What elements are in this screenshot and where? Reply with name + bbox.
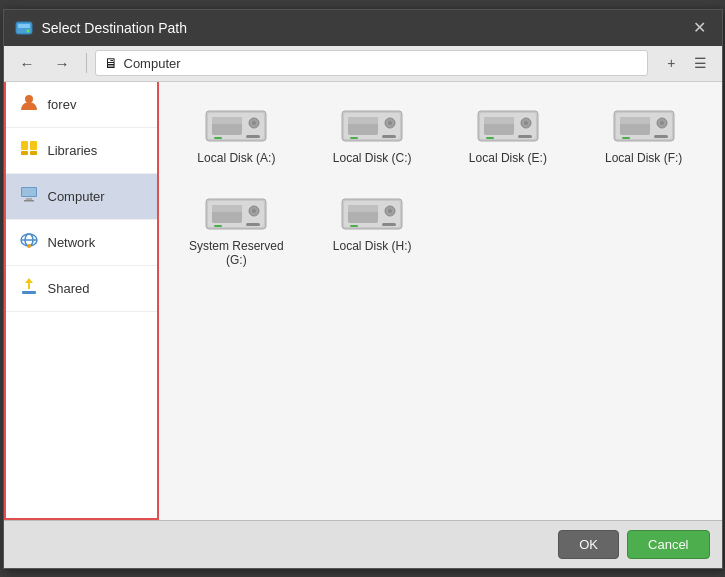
footer: OK Cancel (4, 520, 722, 568)
disk-icon-f (612, 107, 676, 145)
dialog-icon (14, 18, 34, 38)
disk-icon-c (340, 107, 404, 145)
svg-point-2 (26, 29, 29, 32)
disk-item-e[interactable]: Local Disk (E:) (445, 97, 571, 175)
disk-icon-e (476, 107, 540, 145)
dialog-title: Select Destination Path (42, 20, 687, 36)
disk-label-f: Local Disk (F:) (605, 151, 682, 165)
svg-rect-48 (622, 137, 630, 139)
content-area: forevLibrariesComputerNetworkShared Loca… (4, 82, 722, 520)
forward-button[interactable]: → (47, 51, 78, 76)
toolbar-right: + ☰ (660, 51, 713, 75)
breadcrumb: 🖥 Computer (95, 50, 649, 76)
svg-point-3 (25, 95, 33, 103)
disk-icon-g (204, 195, 268, 233)
toolbar: ← → 🖥 Computer + ☰ (4, 46, 722, 82)
svg-point-63 (388, 209, 392, 213)
svg-rect-45 (654, 135, 668, 138)
breadcrumb-text: Computer (124, 56, 181, 71)
svg-rect-4 (21, 141, 28, 150)
new-folder-button[interactable]: + (660, 51, 682, 75)
disk-item-g[interactable]: System Reserved (G:) (174, 185, 300, 277)
svg-rect-6 (21, 151, 28, 155)
disk-label-e: Local Disk (E:) (469, 151, 547, 165)
libraries-icon (18, 138, 40, 163)
close-button[interactable]: ✕ (687, 16, 712, 39)
disk-item-h[interactable]: Local Disk (H:) (309, 185, 435, 277)
computer-label: Computer (48, 189, 105, 204)
svg-point-23 (252, 121, 256, 125)
cancel-button[interactable]: Cancel (627, 530, 709, 559)
title-bar: Select Destination Path ✕ (4, 10, 722, 46)
sidebar: forevLibrariesComputerNetworkShared (4, 82, 159, 520)
network-label: Network (48, 235, 96, 250)
svg-point-15 (27, 244, 31, 248)
svg-rect-20 (212, 117, 242, 124)
ok-button[interactable]: OK (558, 530, 619, 559)
svg-rect-29 (382, 135, 396, 138)
disk-icon-a (204, 107, 268, 145)
svg-rect-9 (22, 188, 36, 196)
disk-label-g: System Reserved (G:) (179, 239, 295, 267)
network-icon (18, 230, 40, 255)
svg-rect-16 (22, 291, 36, 294)
svg-rect-37 (518, 135, 532, 138)
svg-rect-11 (24, 200, 34, 202)
svg-rect-21 (246, 135, 260, 138)
toolbar-separator (86, 53, 87, 73)
svg-rect-40 (486, 137, 494, 139)
svg-point-47 (660, 121, 664, 125)
forev-label: forev (48, 97, 77, 112)
shared-icon (18, 276, 40, 301)
back-button[interactable]: ← (12, 51, 43, 76)
disk-item-c[interactable]: Local Disk (C:) (309, 97, 435, 175)
disk-item-f[interactable]: Local Disk (F:) (581, 97, 707, 175)
svg-rect-60 (348, 205, 378, 212)
svg-rect-64 (350, 225, 358, 227)
computer-icon (18, 184, 40, 209)
svg-rect-53 (246, 223, 260, 226)
sidebar-item-computer[interactable]: Computer (6, 174, 157, 220)
svg-rect-56 (214, 225, 222, 227)
breadcrumb-icon: 🖥 (104, 55, 118, 71)
svg-rect-28 (348, 117, 378, 124)
svg-rect-61 (382, 223, 396, 226)
disk-label-c: Local Disk (C:) (333, 151, 412, 165)
svg-point-39 (524, 121, 528, 125)
sidebar-item-shared[interactable]: Shared (6, 266, 157, 312)
svg-point-31 (388, 121, 392, 125)
disk-label-h: Local Disk (H:) (333, 239, 412, 253)
svg-rect-32 (350, 137, 358, 139)
sidebar-item-libraries[interactable]: Libraries (6, 128, 157, 174)
disk-label-a: Local Disk (A:) (197, 151, 275, 165)
sidebar-item-network[interactable]: Network (6, 220, 157, 266)
svg-rect-36 (484, 117, 514, 124)
disk-item-a[interactable]: Local Disk (A:) (174, 97, 300, 175)
svg-rect-44 (620, 117, 650, 124)
svg-rect-5 (30, 141, 37, 150)
sidebar-item-forev[interactable]: forev (6, 82, 157, 128)
svg-rect-7 (30, 151, 37, 155)
forev-icon (18, 92, 40, 117)
libraries-label: Libraries (48, 143, 98, 158)
svg-rect-52 (212, 205, 242, 212)
dialog: Select Destination Path ✕ ← → 🖥 Computer… (3, 9, 723, 569)
view-button[interactable]: ☰ (687, 51, 714, 75)
svg-rect-24 (214, 137, 222, 139)
disk-icon-h (340, 195, 404, 233)
shared-label: Shared (48, 281, 90, 296)
svg-rect-10 (26, 198, 32, 200)
main-panel: Local Disk (A:) Local Disk (C:) Local Di… (159, 82, 722, 520)
svg-rect-1 (18, 24, 30, 28)
svg-point-55 (252, 209, 256, 213)
